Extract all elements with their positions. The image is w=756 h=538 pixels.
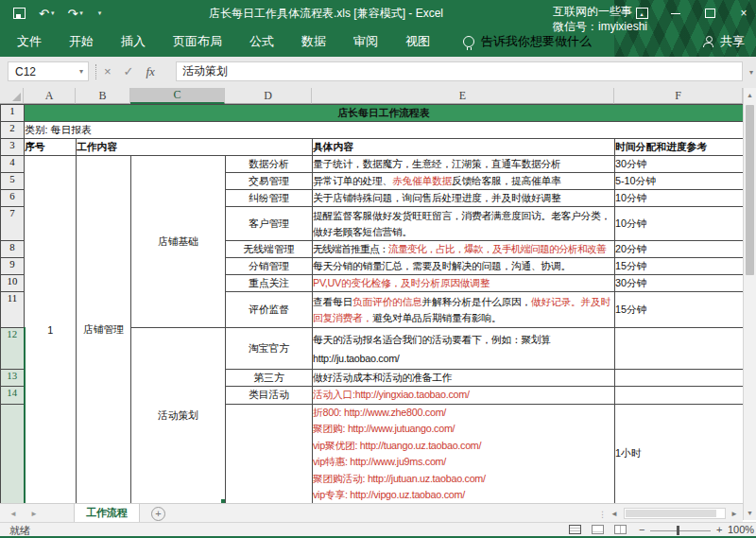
row-header-5[interactable]: 5 bbox=[1, 173, 25, 190]
cell-header-time[interactable]: 时间分配和进度参考 bbox=[615, 139, 744, 156]
redo-button[interactable]: ↷▾ bbox=[67, 8, 82, 20]
row-header-6[interactable]: 6 bbox=[1, 190, 25, 207]
cell-f11[interactable]: 15分钟 bbox=[615, 292, 744, 328]
column-header-b[interactable]: B bbox=[76, 88, 130, 104]
cell-f13[interactable] bbox=[615, 370, 744, 387]
row-header-10[interactable]: 10 bbox=[1, 275, 25, 292]
row-header-15[interactable] bbox=[1, 405, 25, 504]
column-header-c[interactable]: C bbox=[130, 88, 225, 104]
splitter-dots[interactable]: ⋮ bbox=[598, 510, 607, 519]
cell-d14[interactable]: 类目活动 bbox=[226, 387, 313, 405]
cell-header-detail[interactable]: 具体内容 bbox=[313, 139, 615, 156]
cell-header-seq[interactable]: 序号 bbox=[25, 139, 77, 156]
prev-sheet-icon[interactable]: ◄ bbox=[9, 510, 17, 518]
cell-e7[interactable]: 提醒监督客服做好发货旺旺留言，消费者满意度回访。老客户分类，做好老顾客短信营销。 bbox=[313, 207, 615, 241]
next-sheet-icon[interactable]: ► bbox=[30, 510, 38, 518]
column-header-d[interactable]: D bbox=[225, 88, 312, 104]
row-header-1[interactable]: 1 bbox=[1, 105, 25, 122]
sheet-tab-active[interactable]: 工作流程 bbox=[74, 504, 140, 524]
expand-formula-bar-icon[interactable]: ▾ bbox=[749, 68, 753, 77]
cell-d12[interactable]: 淘宝官方 bbox=[226, 328, 313, 370]
customize-qat-button[interactable]: ▾ bbox=[96, 9, 102, 17]
row-header-14[interactable]: 14 bbox=[1, 387, 25, 405]
cell-f8[interactable]: 20分钟 bbox=[615, 241, 744, 258]
cell-d6[interactable]: 纠纷管理 bbox=[226, 190, 313, 207]
cell-e10[interactable]: PV,UV的变化检修，及时分析原因做调整 bbox=[313, 275, 615, 292]
cell-header-work[interactable]: 工作内容 bbox=[77, 139, 313, 156]
cell-f14[interactable] bbox=[615, 387, 744, 405]
tab-page-layout[interactable]: 页面布局 bbox=[173, 33, 222, 50]
cell-e8[interactable]: 无线端首推重点：流量变化，占比，爆款，及手机端问题的分析和改善 bbox=[313, 241, 615, 258]
row-header-9[interactable]: 9 bbox=[1, 258, 25, 275]
page-layout-view-icon[interactable] bbox=[592, 525, 604, 534]
scroll-up-icon[interactable]: ▲ bbox=[744, 88, 756, 102]
row-header-8[interactable]: 8 bbox=[1, 241, 25, 258]
cell-e4[interactable]: 量子统计，数据魔方，生意经，江湖策，直通车数据分析 bbox=[313, 156, 615, 173]
cell-e12[interactable]: 每天的活动报名适合我们的活动要看下，例如：聚划算 http://ju.taoba… bbox=[313, 328, 615, 370]
row-header-3[interactable]: 3 bbox=[1, 139, 25, 156]
tab-review[interactable]: 审阅 bbox=[353, 33, 378, 50]
row-header-11[interactable]: 11 bbox=[1, 292, 25, 328]
row-header-13[interactable]: 13 bbox=[1, 370, 25, 387]
cancel-entry-icon[interactable]: × bbox=[104, 64, 112, 78]
cell-e9[interactable]: 每天分销的销量汇总，需要及时解决的问题，沟通、协调。 bbox=[313, 258, 615, 275]
cell-d7[interactable]: 客户管理 bbox=[226, 207, 313, 241]
cell-d8[interactable]: 无线端管理 bbox=[226, 241, 313, 258]
tab-data[interactable]: 数据 bbox=[301, 33, 326, 50]
hscroll-right-icon[interactable]: ► bbox=[730, 510, 738, 518]
zoom-level[interactable]: 100% bbox=[728, 524, 754, 535]
vertical-scroll-thumb[interactable] bbox=[746, 105, 754, 275]
ribbon-display-options-button[interactable]: ▴ bbox=[635, 7, 648, 20]
cell-f5[interactable]: 5-10分钟 bbox=[615, 173, 744, 190]
horizontal-scrollbar[interactable] bbox=[624, 508, 726, 519]
cell-title[interactable]: 店长每日工作流程表 bbox=[25, 105, 744, 122]
cell-d11[interactable]: 评价监督 bbox=[226, 292, 313, 328]
select-all-button[interactable] bbox=[0, 88, 24, 104]
column-header-f[interactable]: F bbox=[614, 88, 743, 104]
normal-view-icon[interactable] bbox=[569, 525, 581, 534]
cell-f6[interactable]: 10分钟 bbox=[615, 190, 744, 207]
cell-subgroup-campaign-selected[interactable]: 活动策划 bbox=[131, 328, 226, 504]
cell-e13[interactable]: 做好活动成本和活动的准备工作 bbox=[313, 370, 615, 387]
zoom-in-button[interactable]: + bbox=[716, 524, 722, 535]
new-sheet-button[interactable]: + bbox=[151, 507, 165, 521]
save-button[interactable] bbox=[13, 8, 26, 19]
minimize-button[interactable] bbox=[669, 7, 682, 20]
cell-seq[interactable]: 1 bbox=[25, 156, 77, 504]
maximize-button[interactable] bbox=[703, 7, 716, 20]
cell-d5[interactable]: 交易管理 bbox=[226, 173, 313, 190]
name-box[interactable]: C12 ▾ bbox=[8, 61, 89, 81]
cell-f7[interactable]: 10分钟 bbox=[615, 207, 744, 241]
column-header-e[interactable]: E bbox=[312, 88, 614, 104]
cell-category[interactable]: 类别: 每日报表 bbox=[25, 122, 744, 139]
cell-e11[interactable]: 查看每日负面评价的信息并解释分析是什么原因，做好记录。并及时回复消费者，避免对单… bbox=[313, 292, 615, 328]
chevron-down-icon[interactable]: ▾ bbox=[79, 67, 83, 76]
cell-f9[interactable]: 15分钟 bbox=[615, 258, 744, 275]
tab-view[interactable]: 视图 bbox=[405, 33, 430, 50]
insert-function-icon[interactable]: fx bbox=[146, 64, 155, 79]
close-button[interactable]: × bbox=[737, 7, 750, 20]
tab-formulas[interactable]: 公式 bbox=[249, 33, 274, 50]
formula-input[interactable]: 活动策划 bbox=[176, 61, 743, 81]
cell-d13[interactable]: 第三方 bbox=[226, 370, 313, 387]
cell-d9[interactable]: 分销管理 bbox=[226, 258, 313, 275]
vertical-scrollbar[interactable]: ▲ ▼ bbox=[743, 88, 756, 520]
cell-d4[interactable]: 数据分析 bbox=[226, 156, 313, 173]
row-header-4[interactable]: 4 bbox=[1, 156, 25, 173]
row-header-7[interactable]: 7 bbox=[1, 207, 25, 241]
row-header-2[interactable]: 2 bbox=[1, 122, 25, 139]
scroll-down-icon[interactable]: ▼ bbox=[744, 506, 756, 520]
cell-work-group[interactable]: 店铺管理 bbox=[77, 156, 131, 504]
cell-f4[interactable]: 30分钟 bbox=[615, 156, 744, 173]
cell-e5[interactable]: 异常订单的处理、赤兔催单数据反馈给客服，提高催单率 bbox=[313, 173, 615, 190]
column-header-a[interactable]: A bbox=[24, 88, 76, 104]
cell-d15[interactable] bbox=[226, 405, 313, 504]
zoom-slider-track[interactable] bbox=[650, 530, 711, 531]
cell-subgroup-basic[interactable]: 店铺基础 bbox=[131, 156, 226, 328]
cell-e14[interactable]: 活动入口:http://yingxiao.taobao.com/ bbox=[313, 387, 615, 405]
horizontal-scroll-thumb[interactable] bbox=[626, 510, 716, 517]
zoom-out-button[interactable]: − bbox=[639, 524, 644, 535]
share-button[interactable]: 共享 bbox=[703, 26, 745, 57]
cell-d10[interactable]: 重点关注 bbox=[226, 275, 313, 292]
tab-insert[interactable]: 插入 bbox=[121, 33, 146, 50]
